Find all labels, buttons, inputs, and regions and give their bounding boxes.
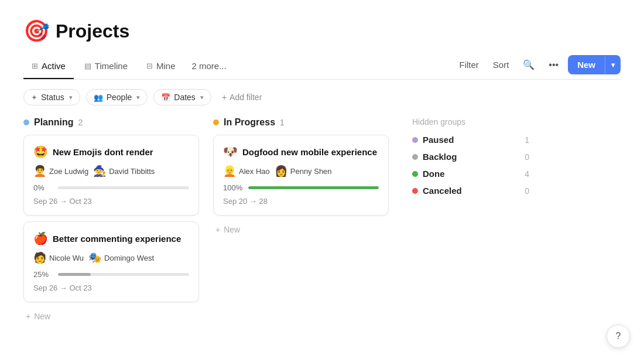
people-filter[interactable]: 👥 People ▾: [86, 89, 148, 105]
in-progress-title: In Progress: [224, 117, 275, 128]
tabs-right: Filter Sort 🔍 ••• New ▾: [454, 55, 621, 79]
hg-paused[interactable]: Paused 1: [412, 135, 529, 145]
tab-more[interactable]: 2 more...: [186, 56, 232, 78]
board: Planning 2 🤩 New Emojis dont render 🧑‍🦱 …: [23, 117, 621, 325]
new-button-chevron[interactable]: ▾: [605, 56, 621, 74]
timeline-icon: ▤: [84, 62, 91, 70]
avatar-penny-name: Penny Shen: [290, 167, 332, 176]
hg-backlog-dot: [412, 154, 418, 160]
progress-0-bar: [58, 186, 189, 189]
search-button[interactable]: 🔍: [518, 56, 539, 74]
hg-backlog[interactable]: Backlog 0: [412, 152, 529, 162]
card-better-commenting-icon: 🍎: [33, 231, 48, 245]
new-button[interactable]: New ▾: [568, 55, 621, 74]
in-progress-add-plus-icon: +: [215, 225, 220, 234]
card-dogfood[interactable]: 🐶 Dogfood new mobile experience 👱 Alex H…: [213, 135, 389, 216]
status-chevron-icon: ▾: [69, 94, 73, 101]
sort-button[interactable]: Sort: [488, 56, 514, 73]
assignee-alex: 👱 Alex Hao: [223, 165, 270, 177]
in-progress-add-new[interactable]: + New: [213, 221, 389, 238]
card-better-commenting-title: Better commenting experience: [53, 234, 181, 244]
card-new-emojis-title-row: 🤩 New Emojis dont render: [33, 145, 189, 159]
hg-done[interactable]: Done 4: [412, 169, 529, 179]
tab-mine-label: Mine: [156, 61, 176, 71]
avatar-nicole-icon: 🧑: [33, 251, 46, 264]
hg-paused-count: 1: [525, 135, 529, 145]
avatar-domingo-icon: 🎭: [88, 251, 101, 264]
planning-title: Planning: [34, 117, 74, 128]
planning-add-new[interactable]: + New: [23, 308, 199, 325]
tab-active[interactable]: ⊞ Active: [23, 56, 74, 79]
card-new-emojis[interactable]: 🤩 New Emojis dont render 🧑‍🦱 Zoe Ludwig …: [23, 135, 199, 216]
card-dogfood-dates: Sep 20 → 28: [223, 197, 379, 206]
grid-icon: ⊞: [32, 62, 38, 70]
help-button[interactable]: ?: [607, 325, 630, 348]
avatar-nicole-name: Nicole Wu: [49, 254, 84, 262]
page-header: 🎯 Projects: [23, 19, 621, 43]
card-new-emojis-progress: 0%: [33, 183, 189, 192]
people-chevron-icon: ▾: [136, 94, 140, 101]
dates-chip-icon: 📅: [161, 93, 170, 102]
tab-mine[interactable]: ⊟ Mine: [138, 56, 184, 79]
assignee-david: 🧙 David Tibbitts: [93, 165, 155, 177]
avatar-david-icon: 🧙: [93, 165, 106, 177]
hg-paused-label: Paused: [423, 135, 454, 145]
add-filter-button[interactable]: + Add filter: [217, 90, 266, 105]
people-chip-icon: 👥: [94, 93, 103, 102]
dates-filter[interactable]: 📅 Dates ▾: [153, 89, 211, 105]
progress-100-bar: [248, 186, 379, 189]
dates-chevron-icon: ▾: [200, 94, 204, 101]
progress-100-label: 100%: [223, 183, 242, 192]
card-new-emojis-title: New Emojis dont render: [53, 147, 153, 157]
tab-timeline-label: Timeline: [95, 61, 128, 71]
planning-add-plus-icon: +: [26, 312, 30, 321]
avatar-zoe-name: Zoe Ludwig: [49, 167, 88, 176]
status-chip-icon: ✦: [31, 93, 37, 102]
status-filter[interactable]: ✦ Status ▾: [23, 89, 80, 105]
mine-icon: ⊟: [146, 62, 153, 70]
card-better-commenting[interactable]: 🍎 Better commenting experience 🧑 Nicole …: [23, 221, 199, 302]
add-filter-label: Add filter: [229, 93, 262, 102]
card-new-emojis-dates: Sep 26 → Oct 23: [33, 197, 189, 206]
avatar-domingo-name: Domingo West: [104, 254, 154, 262]
progress-25-fill: [58, 273, 91, 276]
people-filter-label: People: [107, 93, 132, 102]
card-new-emojis-avatars: 🧑‍🦱 Zoe Ludwig 🧙 David Tibbitts: [33, 165, 189, 177]
hg-done-label: Done: [423, 169, 445, 179]
hg-canceled-dot: [412, 188, 418, 194]
tabs-row: ⊞ Active ▤ Timeline ⊟ Mine 2 more... Fil…: [23, 55, 621, 80]
avatar-zoe-icon: 🧑‍🦱: [33, 165, 46, 177]
avatar-alex-icon: 👱: [223, 165, 236, 177]
add-filter-plus-icon: +: [222, 93, 227, 102]
page-title: Projects: [56, 21, 129, 42]
planning-add-label: New: [34, 312, 50, 321]
new-button-label: New: [568, 55, 605, 74]
hg-done-dot: [412, 171, 418, 177]
hg-canceled-label: Canceled: [423, 186, 462, 196]
planning-dot: [23, 119, 29, 125]
more-options-button[interactable]: •••: [544, 56, 563, 74]
tab-active-label: Active: [42, 61, 66, 71]
avatar-david-name: David Tibbitts: [109, 167, 155, 176]
hg-done-count: 4: [525, 169, 529, 179]
status-filter-label: Status: [41, 93, 64, 102]
assignee-domingo: 🎭 Domingo West: [88, 251, 154, 264]
progress-0-label: 0%: [33, 183, 52, 192]
column-planning: Planning 2 🤩 New Emojis dont render 🧑‍🦱 …: [23, 117, 199, 325]
card-dogfood-progress: 100%: [223, 183, 379, 192]
hg-backlog-label: Backlog: [423, 152, 457, 162]
hg-canceled-count: 0: [525, 186, 529, 196]
avatar-penny-icon: 👩: [275, 165, 287, 177]
column-in-progress: In Progress 1 🐶 Dogfood new mobile exper…: [213, 117, 389, 238]
card-dogfood-icon: 🐶: [223, 145, 238, 159]
in-progress-dot: [213, 119, 219, 125]
planning-count: 2: [78, 118, 83, 127]
hg-canceled[interactable]: Canceled 0: [412, 186, 529, 196]
card-dogfood-avatars: 👱 Alex Hao 👩 Penny Shen: [223, 165, 379, 177]
tab-timeline[interactable]: ▤ Timeline: [76, 56, 136, 79]
progress-25-label: 25%: [33, 270, 52, 279]
progress-100-fill: [248, 186, 379, 189]
filter-button[interactable]: Filter: [454, 56, 483, 73]
filter-row: ✦ Status ▾ 👥 People ▾ 📅 Dates ▾ + Add fi…: [23, 89, 621, 105]
page-icon: 🎯: [23, 19, 50, 43]
